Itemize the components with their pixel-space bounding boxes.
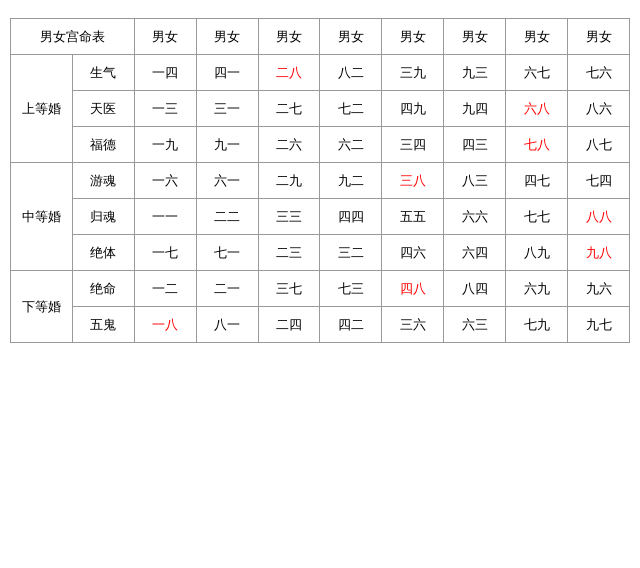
- cell-value: 七八: [506, 127, 568, 163]
- table-row: 绝体一七七一二三三二四六六四八九九八: [11, 235, 630, 271]
- sub-label: 天医: [72, 91, 134, 127]
- col-header-2: 男女: [196, 19, 258, 55]
- cell-value: 七三: [320, 271, 382, 307]
- cell-value: 七二: [320, 91, 382, 127]
- cell-value: 七九: [506, 307, 568, 343]
- cell-value: 一七: [134, 235, 196, 271]
- col-header-8: 男女: [568, 19, 630, 55]
- cell-value: 三一: [196, 91, 258, 127]
- sub-label: 绝体: [72, 235, 134, 271]
- cell-value: 九一: [196, 127, 258, 163]
- cell-value: 四八: [382, 271, 444, 307]
- cell-value: 五五: [382, 199, 444, 235]
- cell-value: 六六: [444, 199, 506, 235]
- cell-value: 八八: [568, 199, 630, 235]
- sub-label: 生气: [72, 55, 134, 91]
- cell-value: 八二: [320, 55, 382, 91]
- cell-value: 四六: [382, 235, 444, 271]
- cell-value: 六八: [506, 91, 568, 127]
- cell-value: 一一: [134, 199, 196, 235]
- cell-value: 九二: [320, 163, 382, 199]
- cell-value: 三六: [382, 307, 444, 343]
- cell-value: 一八: [134, 307, 196, 343]
- table-row: 归魂一一二二三三四四五五六六七七八八: [11, 199, 630, 235]
- cell-value: 三七: [258, 271, 320, 307]
- cell-value: 六二: [320, 127, 382, 163]
- cell-value: 一六: [134, 163, 196, 199]
- group-label: 上等婚: [11, 55, 73, 163]
- cell-value: 六三: [444, 307, 506, 343]
- sub-label: 福德: [72, 127, 134, 163]
- cell-value: 七四: [568, 163, 630, 199]
- table-row: 福德一九九一二六六二三四四三七八八七: [11, 127, 630, 163]
- cell-value: 八一: [196, 307, 258, 343]
- cell-value: 四九: [382, 91, 444, 127]
- cell-value: 六七: [506, 55, 568, 91]
- column-header-row: 男女宫命表 男女 男女 男女 男女 男女 男女 男女 男女: [11, 19, 630, 55]
- cell-value: 三八: [382, 163, 444, 199]
- cell-value: 三九: [382, 55, 444, 91]
- table-row: 中等婚游魂一六六一二九九二三八八三四七七四: [11, 163, 630, 199]
- cell-value: 九三: [444, 55, 506, 91]
- cell-value: 二一: [196, 271, 258, 307]
- cell-value: 三四: [382, 127, 444, 163]
- sub-label: 绝命: [72, 271, 134, 307]
- cell-value: 二二: [196, 199, 258, 235]
- col-header-6: 男女: [444, 19, 506, 55]
- cell-value: 四七: [506, 163, 568, 199]
- table-row: 五鬼一八八一二四四二三六六三七九九七: [11, 307, 630, 343]
- col-header-5: 男女: [382, 19, 444, 55]
- cell-value: 九六: [568, 271, 630, 307]
- cell-value: 八四: [444, 271, 506, 307]
- cell-value: 七七: [506, 199, 568, 235]
- main-table: 男女宫命表 男女 男女 男女 男女 男女 男女 男女 男女 上等婚生气一四四一二…: [10, 18, 630, 343]
- cell-value: 八六: [568, 91, 630, 127]
- table-row: 天医一三三一二七七二四九九四六八八六: [11, 91, 630, 127]
- cell-value: 四四: [320, 199, 382, 235]
- cell-value: 三二: [320, 235, 382, 271]
- col-header-4: 男女: [320, 19, 382, 55]
- header-label: 男女宫命表: [11, 19, 135, 55]
- cell-value: 一九: [134, 127, 196, 163]
- cell-value: 八三: [444, 163, 506, 199]
- table-row: 下等婚绝命一二二一三七七三四八八四六九九六: [11, 271, 630, 307]
- sub-label: 归魂: [72, 199, 134, 235]
- cell-value: 二七: [258, 91, 320, 127]
- table-row: 上等婚生气一四四一二八八二三九九三六七七六: [11, 55, 630, 91]
- group-label: 中等婚: [11, 163, 73, 271]
- sub-label: 游魂: [72, 163, 134, 199]
- cell-value: 二九: [258, 163, 320, 199]
- group-label: 下等婚: [11, 271, 73, 343]
- cell-value: 六九: [506, 271, 568, 307]
- col-header-7: 男女: [506, 19, 568, 55]
- col-header-3: 男女: [258, 19, 320, 55]
- cell-value: 四二: [320, 307, 382, 343]
- sub-label: 五鬼: [72, 307, 134, 343]
- cell-value: 九四: [444, 91, 506, 127]
- cell-value: 一三: [134, 91, 196, 127]
- cell-value: 三三: [258, 199, 320, 235]
- cell-value: 九八: [568, 235, 630, 271]
- cell-value: 一二: [134, 271, 196, 307]
- cell-value: 二四: [258, 307, 320, 343]
- cell-value: 四三: [444, 127, 506, 163]
- cell-value: 四一: [196, 55, 258, 91]
- cell-value: 二三: [258, 235, 320, 271]
- cell-value: 九七: [568, 307, 630, 343]
- col-header-1: 男女: [134, 19, 196, 55]
- cell-value: 六四: [444, 235, 506, 271]
- cell-value: 七六: [568, 55, 630, 91]
- cell-value: 八九: [506, 235, 568, 271]
- cell-value: 二六: [258, 127, 320, 163]
- cell-value: 八七: [568, 127, 630, 163]
- cell-value: 六一: [196, 163, 258, 199]
- cell-value: 一四: [134, 55, 196, 91]
- cell-value: 二八: [258, 55, 320, 91]
- cell-value: 七一: [196, 235, 258, 271]
